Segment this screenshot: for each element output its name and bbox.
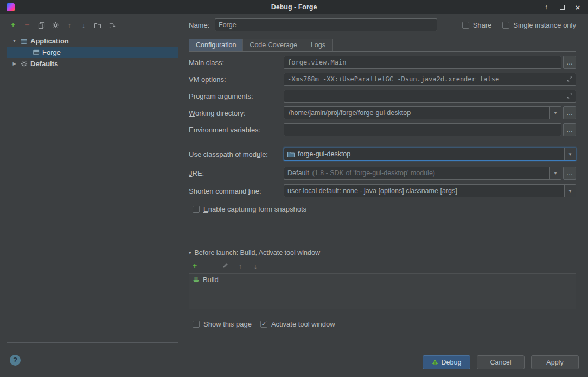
add-task-button[interactable]: +: [190, 261, 199, 270]
working-directory-combobox[interactable]: ▼: [284, 106, 561, 119]
share-checkbox-box[interactable]: [462, 22, 469, 29]
single-instance-label: Single instance only: [513, 21, 576, 29]
jre-value-detail: (1.8 - SDK of 'forge-gui-desktop' module…: [312, 169, 435, 177]
application-config-icon: [32, 49, 40, 56]
debug-button[interactable]: Debug: [423, 355, 470, 369]
expand-field-icon[interactable]: [567, 76, 573, 82]
single-instance-checkbox[interactable]: Single instance only: [502, 21, 576, 29]
chevron-down-icon: ▼: [553, 111, 558, 116]
name-label: Name:: [189, 21, 215, 29]
tree-row-defaults[interactable]: ▶ Defaults: [7, 58, 178, 69]
show-this-page-checkbox-box[interactable]: [193, 321, 200, 328]
program-arguments-label: Program arguments:: [189, 92, 284, 100]
browse-jre-button[interactable]: …: [563, 167, 576, 180]
wrench-icon: [52, 22, 59, 29]
question-icon: ?: [13, 356, 17, 364]
apply-button[interactable]: Apply: [531, 355, 579, 369]
before-launch-task-list[interactable]: ⇊ Build: [189, 273, 576, 309]
titlebar: Debug - Forge ↑ ×: [0, 0, 588, 14]
configurations-tree: ▼ Application Forge ▶: [7, 34, 178, 343]
move-down-button[interactable]: ↓: [79, 21, 88, 29]
move-task-down-button[interactable]: ↓: [251, 261, 260, 270]
browse-working-directory-button[interactable]: …: [563, 106, 576, 119]
tab-logs[interactable]: Logs: [304, 39, 333, 51]
tree-row-forge[interactable]: Forge: [7, 47, 178, 58]
main-class-input[interactable]: [284, 56, 561, 69]
expand-field-icon[interactable]: [567, 93, 573, 99]
intellij-logo-icon: [7, 3, 15, 11]
cancel-button[interactable]: Cancel: [477, 355, 525, 369]
tab-code-coverage[interactable]: Code Coverage: [242, 39, 304, 51]
new-folder-button[interactable]: [93, 21, 102, 29]
jre-combobox[interactable]: Default (1.8 - SDK of 'forge-gui-desktop…: [284, 167, 561, 180]
working-directory-input[interactable]: [287, 108, 546, 117]
activate-tool-window-checkbox[interactable]: Activate tool window: [260, 320, 335, 328]
chevron-down-icon: ▼: [553, 171, 558, 176]
close-icon: ×: [576, 3, 580, 12]
module-combobox[interactable]: forge-gui-desktop ▼: [284, 148, 576, 161]
chevron-right-icon[interactable]: ▶: [11, 61, 17, 66]
module-dropdown-button[interactable]: ▼: [564, 148, 576, 160]
window-close-button[interactable]: ×: [574, 3, 581, 11]
share-checkbox[interactable]: Share: [462, 21, 492, 29]
shorten-command-line-label: Shorten command line:: [189, 187, 284, 195]
edit-defaults-button[interactable]: [51, 21, 60, 29]
browse-main-class-button[interactable]: …: [563, 56, 576, 69]
environment-variables-input[interactable]: [284, 123, 561, 136]
program-arguments-input[interactable]: [284, 90, 576, 103]
arrow-up-icon: ↑: [68, 21, 72, 29]
copy-configuration-button[interactable]: [37, 21, 46, 29]
jre-dropdown-button[interactable]: ▼: [549, 167, 561, 179]
window-maximize-button[interactable]: [558, 3, 566, 11]
collapse-triangle-icon[interactable]: ▾: [189, 250, 191, 255]
shorten-dropdown-button[interactable]: ▼: [564, 185, 576, 197]
build-icon: ⇊: [193, 276, 199, 283]
add-icon: +: [193, 261, 197, 270]
move-task-up-button[interactable]: ↑: [236, 261, 245, 270]
add-configuration-button[interactable]: +: [9, 21, 17, 29]
tab-configuration[interactable]: Configuration: [189, 39, 243, 51]
environment-variables-label: Environment variables:: [189, 126, 284, 134]
chevron-down-icon: ▼: [568, 189, 572, 194]
sort-icon: [108, 22, 116, 29]
tree-label-forge: Forge: [42, 48, 61, 56]
share-label: Share: [473, 21, 492, 29]
before-launch-section: ▾ Before launch: Build, Activate tool wi…: [189, 249, 576, 328]
show-this-page-checkbox[interactable]: Show this page: [193, 320, 252, 328]
remove-icon: −: [208, 262, 212, 270]
edit-task-button[interactable]: [221, 261, 229, 270]
jre-label: JRE:: [189, 169, 284, 177]
section-divider: [324, 253, 576, 253]
jre-value: Default: [287, 169, 309, 177]
capture-snapshots-checkbox-box[interactable]: [193, 206, 200, 213]
name-input[interactable]: [215, 18, 437, 31]
capture-snapshots-label: Enable capturing form snapshots: [203, 205, 306, 213]
tree-row-application[interactable]: ▼ Application: [7, 35, 178, 47]
capture-snapshots-checkbox[interactable]: Enable capturing form snapshots: [193, 205, 306, 213]
move-up-button[interactable]: ↑: [65, 21, 74, 29]
window-shade-button[interactable]: ↑: [542, 3, 550, 11]
window-title: Debug - Forge: [0, 3, 588, 11]
debug-bug-icon: [432, 359, 438, 366]
ellipsis-icon: …: [566, 126, 573, 133]
remove-configuration-button[interactable]: −: [23, 21, 31, 29]
remove-task-button[interactable]: −: [206, 261, 214, 270]
sidebar-toolbar: + − ↑ ↓: [0, 18, 184, 31]
activate-tool-window-checkbox-box[interactable]: [260, 321, 267, 328]
dialog-footer: ? Debug Cancel Apply: [0, 347, 588, 377]
browse-environment-variables-button[interactable]: …: [563, 123, 576, 136]
vm-options-input[interactable]: [284, 73, 576, 86]
tree-label-defaults: Defaults: [30, 60, 58, 68]
task-build[interactable]: ⇊ Build: [189, 274, 576, 285]
arrow-up-icon: ↑: [545, 3, 548, 11]
chevron-down-icon[interactable]: ▼: [11, 39, 17, 43]
sort-configurations-button[interactable]: [107, 21, 116, 29]
before-launch-toolbar: + − ↑ ↓: [189, 257, 576, 270]
ellipsis-icon: …: [566, 169, 573, 177]
working-directory-dropdown-button[interactable]: ▼: [549, 107, 561, 119]
defaults-gear-icon: [20, 60, 28, 68]
module-classpath-label: Use classpath of module:: [189, 150, 284, 158]
shorten-command-line-combobox[interactable]: user-local default: none - java [options…: [284, 184, 576, 197]
help-button[interactable]: ?: [10, 355, 21, 366]
single-instance-checkbox-box[interactable]: [502, 22, 509, 29]
